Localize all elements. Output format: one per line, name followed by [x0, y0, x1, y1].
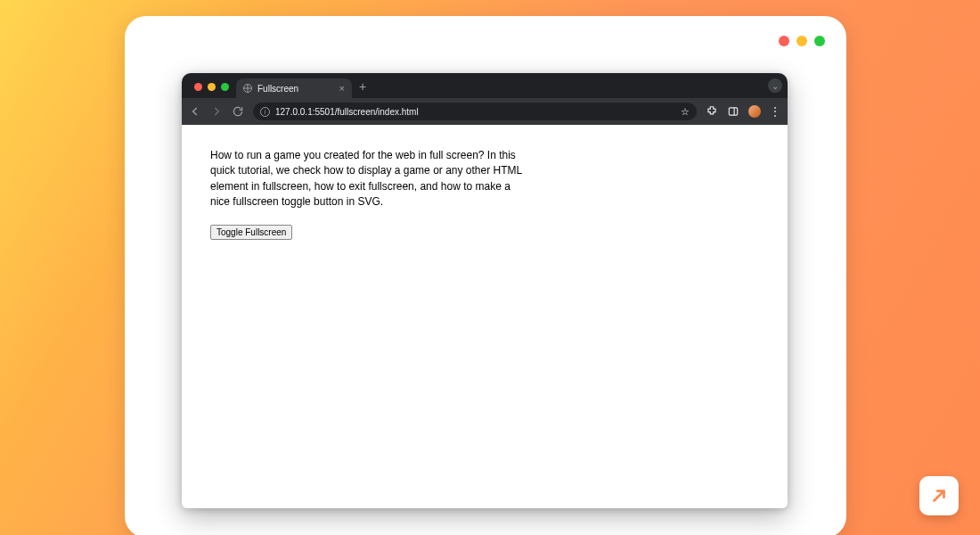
tab-strip: Fullscreen × + ⌄: [182, 73, 788, 98]
close-icon[interactable]: [194, 83, 202, 91]
site-info-icon[interactable]: i: [260, 107, 270, 117]
browser-window: Fullscreen × + ⌄ i 127.0.0.1:5501/fullsc…: [182, 73, 788, 508]
svg-rect-0: [729, 108, 737, 115]
close-icon: [779, 36, 789, 46]
browser-window-controls: [189, 83, 236, 98]
reload-button[interactable]: [232, 105, 244, 118]
tab-close-icon[interactable]: ×: [339, 84, 345, 94]
extensions-icon[interactable]: [706, 105, 718, 118]
tab-overflow-icon[interactable]: ⌄: [768, 78, 782, 93]
back-button[interactable]: [189, 105, 201, 118]
globe-icon: [243, 84, 252, 93]
address-bar[interactable]: i 127.0.0.1:5501/fullscreen/index.html ☆: [253, 103, 697, 120]
menu-kebab-icon[interactable]: ⋮: [770, 106, 780, 117]
toolbar-right: ⋮: [706, 105, 780, 118]
browser-tab[interactable]: Fullscreen ×: [236, 78, 352, 98]
toolbar: i 127.0.0.1:5501/fullscreen/index.html ☆…: [182, 98, 788, 125]
intro-paragraph: How to run a game you created for the we…: [210, 148, 531, 210]
page-body: How to run a game you created for the we…: [182, 125, 788, 263]
panel-icon[interactable]: [727, 105, 739, 118]
bookmark-star-icon[interactable]: ☆: [681, 106, 690, 118]
new-tab-button[interactable]: +: [352, 80, 373, 98]
maximize-icon: [814, 36, 825, 46]
url-text: 127.0.0.1:5501/fullscreen/index.html: [275, 107, 419, 117]
minimize-icon[interactable]: [208, 83, 216, 91]
tab-title: Fullscreen: [257, 84, 298, 94]
forward-button[interactable]: [210, 105, 223, 118]
card-window-controls: [779, 36, 825, 46]
profile-avatar[interactable]: [748, 105, 761, 118]
toggle-fullscreen-button[interactable]: Toggle Fullscreen: [210, 225, 292, 240]
share-badge[interactable]: [919, 476, 959, 515]
arrow-up-right-icon: [929, 486, 949, 506]
minimize-icon: [796, 36, 807, 46]
maximize-icon[interactable]: [221, 83, 229, 91]
